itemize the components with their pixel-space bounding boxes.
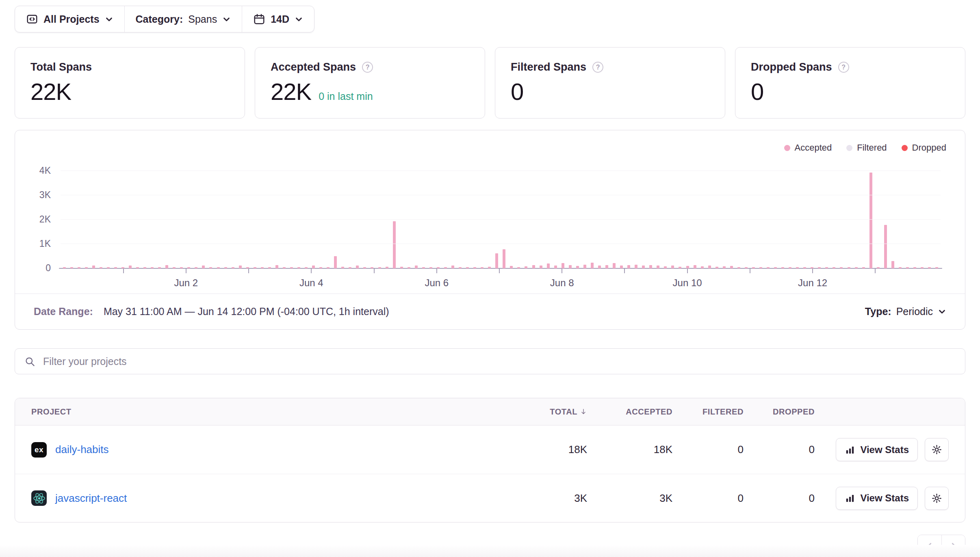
chart-bar[interactable] bbox=[434, 164, 442, 268]
chart-bar[interactable] bbox=[823, 164, 830, 268]
chart-bar[interactable] bbox=[90, 164, 97, 268]
chart-bar[interactable] bbox=[896, 164, 904, 268]
chart-bar[interactable] bbox=[236, 164, 244, 268]
chart-bar[interactable] bbox=[288, 164, 295, 268]
chart-bar[interactable] bbox=[603, 164, 610, 268]
header-total-sort[interactable]: TOTAL bbox=[518, 407, 587, 417]
chart-bar[interactable] bbox=[581, 164, 588, 268]
chart-bar[interactable] bbox=[728, 164, 735, 268]
view-stats-button[interactable]: View Stats bbox=[836, 438, 918, 461]
chart-bar[interactable] bbox=[347, 164, 354, 268]
chart-bar[interactable] bbox=[361, 164, 369, 268]
chart-bar[interactable] bbox=[412, 164, 420, 268]
chart-bar[interactable] bbox=[215, 164, 222, 268]
date-period-dropdown[interactable]: 14D bbox=[242, 6, 314, 32]
chart-bar[interactable] bbox=[625, 164, 633, 268]
category-filter-dropdown[interactable]: Category: Spans bbox=[125, 6, 242, 32]
chart-bar[interactable] bbox=[574, 164, 581, 268]
chart-bar[interactable] bbox=[82, 164, 90, 268]
chart-bar[interactable] bbox=[633, 164, 640, 268]
chart-bar[interactable] bbox=[640, 164, 647, 268]
project-settings-button[interactable] bbox=[925, 487, 949, 510]
chart-bar[interactable] bbox=[75, 164, 82, 268]
chart-bar[interactable] bbox=[119, 164, 126, 268]
chart-bar[interactable] bbox=[449, 164, 456, 268]
chart-bar[interactable] bbox=[662, 164, 669, 268]
chart-bar[interactable] bbox=[735, 164, 742, 268]
chart-bar[interactable] bbox=[222, 164, 229, 268]
chart-bar[interactable] bbox=[390, 164, 398, 268]
chart-bar[interactable] bbox=[317, 164, 325, 268]
chart-bar[interactable] bbox=[376, 164, 383, 268]
search-input[interactable] bbox=[42, 355, 956, 368]
chart-bar[interactable] bbox=[134, 164, 141, 268]
chart-bar[interactable] bbox=[280, 164, 288, 268]
chart-bar[interactable] bbox=[141, 164, 149, 268]
help-icon[interactable]: ? bbox=[362, 62, 373, 73]
chart-bar[interactable] bbox=[244, 164, 251, 268]
chart-bar[interactable] bbox=[669, 164, 676, 268]
chart-bar[interactable] bbox=[310, 164, 317, 268]
chart-bar[interactable] bbox=[801, 164, 809, 268]
chart-bar[interactable] bbox=[207, 164, 215, 268]
chart-bar[interactable] bbox=[156, 164, 163, 268]
help-icon[interactable]: ? bbox=[592, 62, 603, 73]
help-icon[interactable]: ? bbox=[838, 62, 849, 73]
chart-bar[interactable] bbox=[787, 164, 794, 268]
chart-bar[interactable] bbox=[845, 164, 852, 268]
chart-bar[interactable] bbox=[303, 164, 310, 268]
chart-bar[interactable] bbox=[742, 164, 750, 268]
chart-bar[interactable] bbox=[193, 164, 200, 268]
chart-bar[interactable] bbox=[889, 164, 896, 268]
chart-bar[interactable] bbox=[178, 164, 185, 268]
chart-bar[interactable] bbox=[779, 164, 787, 268]
chart-bar[interactable] bbox=[882, 164, 889, 268]
chart-bar[interactable] bbox=[523, 164, 530, 268]
chart-bar[interactable] bbox=[544, 164, 552, 268]
chart-bar[interactable] bbox=[911, 164, 918, 268]
view-stats-button[interactable]: View Stats bbox=[836, 487, 918, 510]
chart-bar[interactable] bbox=[757, 164, 764, 268]
chart-bar[interactable] bbox=[501, 164, 508, 268]
chart-bar[interactable] bbox=[493, 164, 501, 268]
chart-bar[interactable] bbox=[816, 164, 823, 268]
chart-bar[interactable] bbox=[471, 164, 479, 268]
legend-item-dropped[interactable]: Dropped bbox=[902, 142, 946, 153]
project-settings-button[interactable] bbox=[925, 438, 949, 461]
chart-bar[interactable] bbox=[97, 164, 104, 268]
chart-bar[interactable] bbox=[464, 164, 471, 268]
chart-bar[interactable] bbox=[68, 164, 75, 268]
chart-bar[interactable] bbox=[112, 164, 119, 268]
chart-bar[interactable] bbox=[852, 164, 860, 268]
chart-bar[interactable] bbox=[676, 164, 684, 268]
chart-bar[interactable] bbox=[405, 164, 412, 268]
chart-bar[interactable] bbox=[398, 164, 405, 268]
chart-bar[interactable] bbox=[867, 164, 874, 268]
legend-item-filtered[interactable]: Filtered bbox=[846, 142, 887, 153]
legend-item-accepted[interactable]: Accepted bbox=[784, 142, 832, 153]
chart-bar[interactable] bbox=[229, 164, 236, 268]
chart-bar[interactable] bbox=[295, 164, 303, 268]
chart-bar[interactable] bbox=[273, 164, 280, 268]
chart-bar[interactable] bbox=[588, 164, 596, 268]
chart-bar[interactable] bbox=[706, 164, 713, 268]
chart-bar[interactable] bbox=[442, 164, 449, 268]
chart-bar[interactable] bbox=[691, 164, 698, 268]
chart-bar[interactable] bbox=[772, 164, 779, 268]
chart-bar[interactable] bbox=[149, 164, 156, 268]
chart-bar[interactable] bbox=[339, 164, 347, 268]
chart-bar[interactable] bbox=[515, 164, 523, 268]
chart-bar[interactable] bbox=[720, 164, 728, 268]
chart-bar[interactable] bbox=[61, 164, 68, 268]
chart-bar[interactable] bbox=[332, 164, 339, 268]
chart-bar[interactable] bbox=[427, 164, 434, 268]
chart-bar[interactable] bbox=[904, 164, 911, 268]
chart-bar[interactable] bbox=[185, 164, 193, 268]
chart-bar[interactable] bbox=[698, 164, 706, 268]
chart-bar[interactable] bbox=[596, 164, 603, 268]
chart-bar[interactable] bbox=[552, 164, 559, 268]
chart-bar[interactable] bbox=[618, 164, 625, 268]
chart-bar[interactable] bbox=[171, 164, 178, 268]
chart-bar[interactable] bbox=[163, 164, 171, 268]
chart-bar[interactable] bbox=[918, 164, 926, 268]
